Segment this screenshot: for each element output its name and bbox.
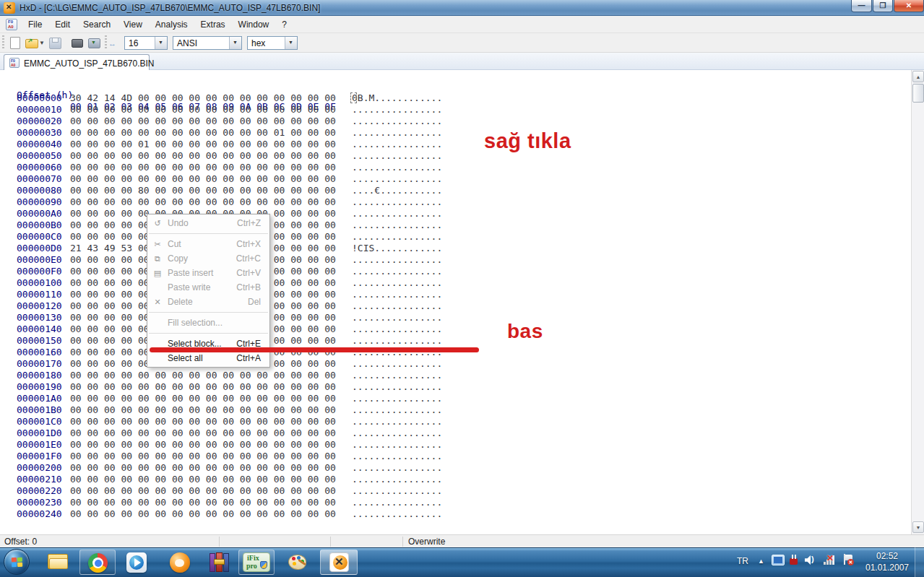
tray-signal-icon[interactable]: ✕ — [824, 555, 837, 565]
row-ascii[interactable]: ................ — [352, 497, 442, 508]
document-icon[interactable] — [6, 19, 17, 30]
open-dropdown-caret[interactable]: ▼ — [39, 40, 45, 46]
row-ascii[interactable]: ................ — [352, 485, 442, 497]
row-hex-bytes[interactable]: 00 00 00 00 00 00 00 00 00 00 00 00 00 0… — [70, 428, 336, 439]
offset-base-select[interactable]: hex — [247, 36, 298, 50]
row-ascii[interactable]: ................ — [352, 127, 442, 139]
tray-volume-icon[interactable]: ) — [805, 555, 818, 565]
row-ascii[interactable]: ................ — [352, 439, 442, 451]
tray-power-plug-icon[interactable] — [788, 555, 799, 565]
row-ascii[interactable]: ................ — [352, 231, 442, 243]
row-ascii[interactable]: ................ — [352, 335, 442, 347]
row-hex-bytes[interactable]: 00 00 00 00 00 00 00 00 00 00 00 00 00 0… — [70, 451, 336, 462]
row-ascii[interactable]: ................ — [352, 381, 442, 393]
row-hex-bytes[interactable]: 00 00 00 00 00 00 00 00 00 00 00 00 01 0… — [70, 127, 336, 139]
scroll-up-button[interactable]: ▲ — [912, 71, 924, 82]
row-hex-bytes[interactable]: 00 00 00 00 00 00 00 00 00 00 00 00 00 0… — [70, 497, 336, 508]
menu-item-edit[interactable]: Edit — [48, 17, 77, 32]
row-hex-bytes[interactable]: 30 42 14 4D 00 00 00 00 00 00 00 00 00 0… — [70, 92, 336, 104]
tray-show-hidden-icons[interactable]: ▲ — [758, 558, 764, 565]
row-ascii[interactable]: ................ — [352, 300, 442, 312]
row-ascii[interactable]: 0B.M............ — [352, 92, 442, 104]
row-ascii[interactable]: ................ — [352, 277, 442, 289]
row-ascii[interactable]: ................ — [352, 324, 442, 335]
tray-network-computer-icon[interactable] — [772, 555, 785, 565]
export-button[interactable] — [87, 36, 101, 50]
row-hex-bytes[interactable]: 00 00 00 00 01 00 00 00 00 00 00 00 00 0… — [70, 139, 336, 150]
menu-item-[interactable]: ? — [275, 17, 293, 32]
row-ascii[interactable]: ................ — [352, 474, 442, 485]
row-ascii[interactable]: ................ — [352, 451, 442, 462]
row-ascii[interactable]: ................ — [352, 254, 442, 266]
row-ascii[interactable]: ................ — [352, 393, 442, 404]
save-button[interactable] — [48, 36, 62, 50]
row-hex-bytes[interactable]: 00 00 00 00 00 00 00 00 00 00 00 00 00 0… — [70, 416, 336, 428]
row-hex-bytes[interactable]: 00 00 00 00 00 00 00 00 00 00 00 00 00 0… — [70, 393, 336, 404]
bytes-per-row-select[interactable]: 16 — [124, 36, 168, 50]
menu-item-window[interactable]: Window — [232, 17, 276, 32]
tab-emmc-file[interactable]: EMMC_AUTO_ISP_47LB670.BIN — [4, 54, 150, 70]
new-file-button[interactable] — [7, 36, 22, 50]
taskbar-winrar-button[interactable] — [210, 552, 230, 572]
vertical-scrollbar[interactable]: ▲ ▼ — [911, 70, 924, 534]
row-ascii[interactable]: !CIS............ — [352, 243, 442, 254]
row-ascii[interactable]: ................ — [352, 104, 442, 116]
row-hex-bytes[interactable]: 00 00 00 00 00 00 00 00 00 00 00 00 00 0… — [70, 404, 336, 416]
row-ascii[interactable]: ................ — [352, 150, 442, 162]
open-file-button[interactable] — [24, 36, 38, 50]
menu-item-extras[interactable]: Extras — [194, 17, 232, 32]
row-ascii[interactable]: ................ — [352, 116, 442, 127]
close-button[interactable]: ✕ — [894, 0, 924, 12]
chevron-down-icon[interactable] — [229, 37, 241, 49]
row-hex-bytes[interactable]: 00 00 00 00 00 00 00 00 00 00 00 00 00 0… — [70, 104, 336, 116]
row-ascii[interactable]: ................ — [352, 404, 442, 416]
chevron-down-icon[interactable] — [155, 37, 167, 49]
tray-action-center-icon[interactable]: ✕ — [842, 554, 854, 565]
row-hex-bytes[interactable]: 00 00 00 00 00 00 00 00 00 00 00 00 00 0… — [70, 381, 336, 393]
show-desktop-button[interactable] — [915, 547, 924, 577]
row-ascii[interactable]: ................ — [352, 266, 442, 277]
row-ascii[interactable]: ................ — [352, 139, 442, 150]
menu-item-analysis[interactable]: Analysis — [149, 17, 194, 32]
chevron-down-icon[interactable] — [285, 37, 297, 49]
row-hex-bytes[interactable]: 00 00 00 00 00 00 00 00 00 00 00 00 00 0… — [70, 370, 336, 381]
row-hex-bytes[interactable]: 00 00 00 00 80 00 00 00 00 00 00 00 00 0… — [70, 185, 336, 196]
bytes-per-row-icon[interactable]: ↔ — [108, 39, 116, 48]
row-hex-bytes[interactable]: 00 00 00 00 00 00 00 00 00 00 00 00 00 0… — [70, 116, 336, 127]
row-ascii[interactable]: ................ — [352, 289, 442, 300]
row-ascii[interactable]: ................ — [352, 162, 442, 173]
menu-item-view[interactable]: View — [117, 17, 149, 32]
row-ascii[interactable]: ................ — [352, 508, 442, 520]
row-hex-bytes[interactable]: 00 00 00 00 00 00 00 00 00 00 00 00 00 0… — [70, 508, 336, 520]
context-item-select-all[interactable]: Select allCtrl+A — [147, 351, 269, 365]
encoding-select[interactable]: ANSI — [173, 36, 242, 50]
tray-clock[interactable]: 02:52 01.01.2007 — [864, 550, 910, 573]
row-ascii[interactable]: ................ — [352, 196, 442, 208]
taskbar-gom-player-button[interactable] — [170, 552, 190, 573]
row-hex-bytes[interactable]: 00 00 00 00 00 00 00 00 00 00 00 00 00 0… — [70, 173, 336, 185]
taskbar-explorer-button[interactable] — [48, 552, 69, 571]
scrollbar-thumb[interactable] — [912, 84, 924, 103]
row-hex-bytes[interactable]: 00 00 00 00 00 00 00 00 00 00 00 00 00 0… — [70, 150, 336, 162]
row-hex-bytes[interactable]: 00 00 00 00 00 00 00 00 00 00 00 00 00 0… — [70, 474, 336, 485]
row-ascii[interactable]: ................ — [352, 428, 442, 439]
row-ascii[interactable]: ................ — [352, 220, 442, 231]
row-ascii[interactable]: ................ — [352, 312, 442, 324]
row-hex-bytes[interactable]: 00 00 00 00 00 00 00 00 00 00 00 00 00 0… — [70, 485, 336, 497]
row-hex-bytes[interactable]: 00 00 00 00 00 00 00 00 00 00 00 00 00 0… — [70, 439, 336, 451]
row-ascii[interactable]: ....€........... — [352, 185, 442, 196]
start-button[interactable] — [4, 549, 30, 575]
taskbar-paint-button[interactable] — [288, 552, 308, 572]
tray-language-indicator[interactable]: TR — [737, 556, 748, 566]
menu-item-search[interactable]: Search — [77, 17, 117, 32]
row-ascii[interactable]: ................ — [352, 358, 442, 370]
row-ascii[interactable]: ................ — [352, 370, 442, 381]
row-ascii[interactable]: ................ — [352, 462, 442, 474]
row-ascii[interactable]: ................ — [352, 416, 442, 428]
row-ascii[interactable]: ................ — [352, 173, 442, 185]
restore-button[interactable]: ❐ — [873, 0, 893, 12]
row-hex-bytes[interactable]: 00 00 00 00 00 00 00 00 00 00 00 00 00 0… — [70, 196, 336, 208]
scroll-down-button[interactable]: ▼ — [912, 521, 924, 533]
taskbar-media-player-button[interactable] — [126, 552, 147, 573]
row-ascii[interactable]: ................ — [352, 208, 442, 220]
